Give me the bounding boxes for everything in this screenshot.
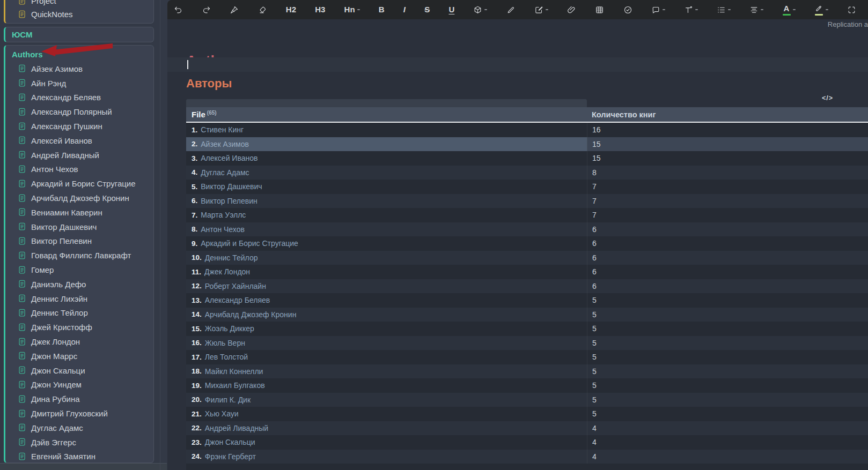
author-cell[interactable]: 16.Жюль Верн xyxy=(186,336,587,350)
italic-button[interactable]: I xyxy=(403,5,406,14)
author-cell[interactable]: 11.Джек Лондон xyxy=(186,265,587,279)
author-link[interactable]: Хью Хауи xyxy=(205,409,239,418)
author-link[interactable]: Джек Лондон xyxy=(204,267,250,276)
author-cell[interactable]: 13.Александр Беляев xyxy=(186,293,587,308)
count-cell[interactable]: 5 xyxy=(587,322,868,336)
count-cell[interactable]: 5 xyxy=(587,364,868,379)
sidebar-item-author[interactable]: Алексей Иванов xyxy=(5,133,153,148)
count-cell[interactable]: 4 xyxy=(587,421,868,436)
bullet-list-button[interactable] xyxy=(717,5,731,14)
count-cell[interactable]: 7 xyxy=(587,194,868,208)
author-cell[interactable]: 24.Фрэнк Герберт xyxy=(186,450,587,464)
sidebar-item-author[interactable]: Арчибалд Джозеф Кронин xyxy=(5,191,153,205)
count-cell[interactable]: 5 xyxy=(587,393,868,407)
heading-2-button[interactable]: H2 xyxy=(286,5,296,14)
author-link[interactable]: Джон Скальци xyxy=(205,438,255,446)
count-cell[interactable]: 7 xyxy=(587,208,868,222)
insert-table-button[interactable] xyxy=(595,5,604,14)
draw-button[interactable] xyxy=(506,5,516,14)
sidebar-item-author[interactable]: Дина Рубина xyxy=(5,392,153,406)
author-link[interactable]: Алексей Иванов xyxy=(201,154,258,162)
author-link[interactable]: Жюль Верн xyxy=(205,339,245,347)
author-cell[interactable]: 7.Марта Уэллс xyxy=(186,208,587,222)
fullscreen-button[interactable] xyxy=(847,5,856,14)
count-cell[interactable]: 16 xyxy=(587,123,868,137)
count-cell[interactable]: 6 xyxy=(587,236,868,251)
author-link[interactable]: Фрэнк Герберт xyxy=(205,452,256,461)
count-cell[interactable]: 15 xyxy=(587,151,868,166)
author-link[interactable]: Деннис Тейлор xyxy=(205,253,258,262)
count-cell[interactable]: 6 xyxy=(587,222,868,237)
count-cell[interactable]: 6 xyxy=(587,279,868,294)
author-cell[interactable]: 5.Виктор Дашкевич xyxy=(186,180,587,194)
sidebar-item-author[interactable]: Виктор Пелевин xyxy=(5,234,153,249)
sidebar-item-author[interactable]: Деннис Лихэйн xyxy=(5,292,153,306)
sidebar-item-author[interactable]: Джек Лондон xyxy=(5,334,153,349)
count-cell[interactable]: 5 xyxy=(587,407,868,421)
count-cell[interactable]: 5 xyxy=(587,293,868,308)
insert-block-button[interactable] xyxy=(473,5,487,14)
sidebar-item-author[interactable]: Джон Уиндем xyxy=(5,378,153,392)
sidebar-item-author[interactable]: Александр Пушкин xyxy=(5,119,153,133)
redo-button[interactable] xyxy=(202,5,211,14)
editor-content[interactable]: Replication a Authors Авторы </> File(65… xyxy=(167,19,868,470)
text-style-button[interactable] xyxy=(684,5,698,14)
author-cell[interactable]: 9.Аркадий и Борис Стругацие xyxy=(186,236,587,251)
text-color-button[interactable]: A xyxy=(783,4,796,16)
author-cell[interactable]: 23.Джон Скальци xyxy=(186,435,587,450)
count-cell[interactable]: 5 xyxy=(587,378,868,393)
sidebar-item[interactable]: Project xyxy=(5,0,153,8)
section-title-yusm[interactable]: ЮСМ xyxy=(5,27,153,42)
author-link[interactable]: Марта Уэллс xyxy=(201,211,246,219)
author-link[interactable]: Аркадий и Борис Стругацие xyxy=(201,239,298,248)
author-link[interactable]: Лев Толстой xyxy=(205,353,248,361)
sidebar-item-author[interactable]: Андрей Ливадный xyxy=(5,148,153,162)
author-cell[interactable]: 18.Майкл Коннелли xyxy=(186,364,587,379)
count-cell[interactable]: 15 xyxy=(587,137,868,152)
sidebar-item-author[interactable]: Антон Чехов xyxy=(5,162,153,177)
author-link[interactable]: Виктор Пелевин xyxy=(201,197,258,205)
sidebar-item-author[interactable]: Айн Рэнд xyxy=(5,76,153,91)
author-cell[interactable]: 19.Михаил Булгаков xyxy=(186,378,587,393)
author-link[interactable]: Стивен Кинг xyxy=(201,125,244,134)
count-cell[interactable]: 4 xyxy=(587,435,868,450)
author-link[interactable]: Филип К. Дик xyxy=(205,396,251,404)
sidebar-item-author[interactable]: Дмитрий Глуховский xyxy=(5,406,153,421)
author-link[interactable]: Виктор Дашкевич xyxy=(201,182,262,191)
sidebar-item-author[interactable]: Айзек Азимов xyxy=(5,62,153,76)
sidebar-section-yusm[interactable]: ЮСМ xyxy=(4,27,154,42)
sidebar-item-author[interactable]: Александр Беляев xyxy=(5,91,153,105)
task-check-button[interactable] xyxy=(623,5,632,14)
insert-template-button[interactable] xyxy=(534,5,548,14)
author-cell[interactable]: 4.Дуглас Адамс xyxy=(186,166,587,180)
sidebar-item-author[interactable]: Александр Полярный xyxy=(5,105,153,119)
bold-button[interactable]: B xyxy=(379,5,385,14)
author-cell[interactable]: 22.Андрей Ливадный xyxy=(186,421,587,436)
count-cell[interactable]: 4 xyxy=(587,450,868,464)
author-cell[interactable]: 3.Алексей Иванов xyxy=(186,151,587,166)
count-cell[interactable]: 5 xyxy=(587,308,868,322)
author-link[interactable]: Антон Чехов xyxy=(201,225,245,234)
sidebar-item-author[interactable]: Дэйв Эггерс xyxy=(5,435,153,450)
strikethrough-button[interactable]: S xyxy=(424,5,430,14)
author-cell[interactable]: 21.Хью Хауи xyxy=(186,407,587,421)
author-cell[interactable]: 2.Айзек Азимов xyxy=(186,137,587,152)
count-cell[interactable]: 5 xyxy=(587,350,868,364)
author-cell[interactable]: 6.Виктор Пелевин xyxy=(186,194,587,208)
author-link[interactable]: Майкл Коннелли xyxy=(205,367,263,376)
count-cell[interactable]: 8 xyxy=(587,166,868,180)
comment-button[interactable] xyxy=(651,5,665,14)
count-cell[interactable]: 6 xyxy=(587,265,868,279)
sidebar-item-author[interactable]: Аркадий и Борис Стругацие xyxy=(5,176,153,191)
author-link[interactable]: Михаил Булгаков xyxy=(205,381,265,390)
sidebar-item-author[interactable]: Джон Маррс xyxy=(5,349,153,363)
count-cell[interactable]: 7 xyxy=(587,180,868,194)
author-link[interactable]: Александр Беляев xyxy=(205,296,270,304)
format-painter-button[interactable] xyxy=(230,5,239,14)
editor-caret-line[interactable] xyxy=(167,57,868,72)
author-link[interactable]: Жоэль Диккер xyxy=(205,324,254,333)
sidebar-item-author[interactable]: Деннис Тейлор xyxy=(5,306,153,320)
column-header-count[interactable]: Количество книг xyxy=(587,110,868,119)
author-link[interactable]: Айзек Азимов xyxy=(201,140,249,148)
sidebar-item-author[interactable]: Вениамин Каверин xyxy=(5,205,153,220)
